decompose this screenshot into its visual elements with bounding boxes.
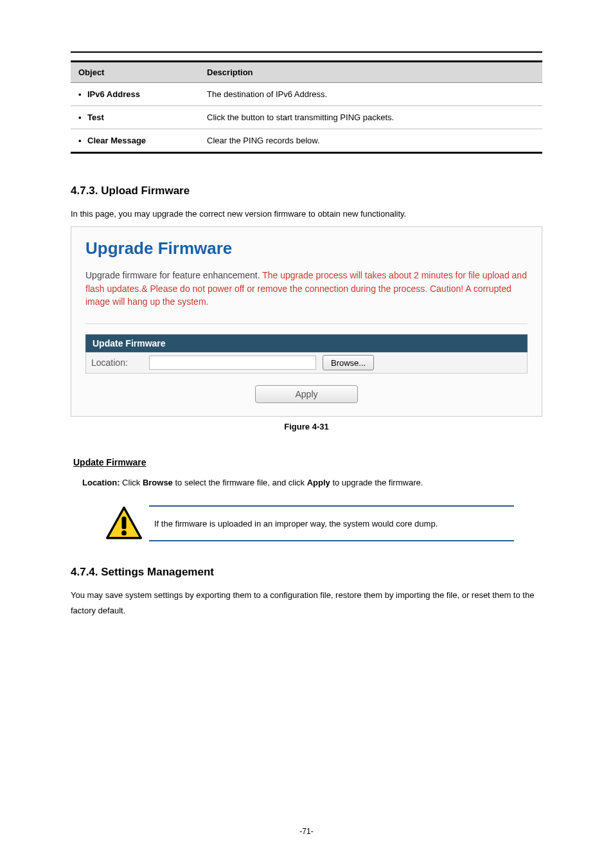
object-description: Clear the PING records below. [199, 129, 542, 153]
update-firmware-bar: Update Firmware [85, 334, 528, 352]
object-description-table: Object Description •IPv6 Address The des… [71, 60, 542, 154]
figure-caption: Figure 4-31 [71, 422, 542, 431]
warning-icon [103, 505, 149, 541]
browse-button[interactable]: Browse... [323, 355, 374, 370]
object-label: Clear Message [87, 136, 146, 145]
panel-desc-normal: Upgrade firmware for feature enhancement… [85, 270, 262, 280]
object-label: IPv6 Address [87, 89, 140, 99]
page-number: -71- [0, 827, 613, 836]
heading-settings-management: 4.7.4. Settings Management [71, 566, 542, 579]
svg-rect-1 [122, 517, 127, 529]
bullet-icon: • [78, 136, 87, 145]
update-firmware-subheading: Update Firmware [73, 457, 542, 467]
table-header-description: Description [199, 62, 542, 83]
warning-message: If the firmware is uploaded in an improp… [149, 505, 514, 541]
top-rule [71, 51, 542, 53]
settings-management-body: You may save system settings by exportin… [71, 588, 542, 618]
upgrade-firmware-panel: Upgrade Firmware Upgrade firmware for fe… [71, 226, 542, 417]
location-input[interactable] [149, 356, 316, 370]
panel-description: Upgrade firmware for feature enhancement… [85, 269, 528, 308]
apply-strong: Apply [307, 478, 330, 487]
bullet-icon: • [78, 89, 87, 99]
browse-strong: Browse [143, 478, 173, 487]
table-header-object: Object [71, 62, 199, 83]
object-label: Test [87, 113, 104, 122]
panel-title: Upgrade Firmware [85, 239, 528, 258]
heading-upload-firmware: 4.7.3. Upload Firmware [71, 185, 542, 197]
svg-point-2 [121, 530, 127, 536]
warning-note: If the firmware is uploaded in an improp… [103, 505, 514, 541]
bullet-icon: • [78, 113, 87, 122]
table-row: •IPv6 Address The destination of IPv6 Ad… [71, 83, 542, 106]
object-description: The destination of IPv6 Address. [199, 83, 542, 106]
table-row: •Test Click the button to start transmit… [71, 106, 542, 129]
location-instruction: Location: Click Browse to select the fir… [82, 478, 542, 487]
panel-separator [85, 323, 528, 324]
object-description: Click the button to start transmitting P… [199, 106, 542, 129]
location-label: Location: [91, 357, 149, 368]
location-strong: Location: [82, 478, 120, 487]
table-row: •Clear Message Clear the PING records be… [71, 129, 542, 153]
apply-button[interactable]: Apply [255, 385, 358, 403]
upload-firmware-intro: In this page, you may upgrade the correc… [71, 206, 542, 221]
location-row: Location: Browse... [85, 352, 528, 374]
